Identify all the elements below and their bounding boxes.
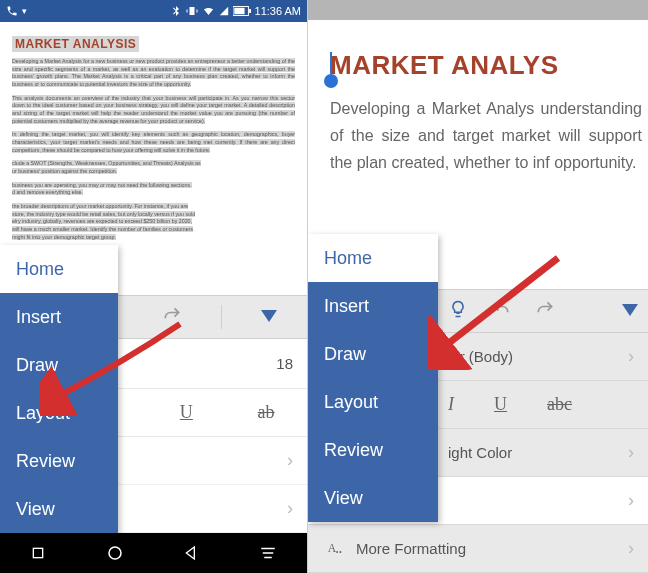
svg-rect-2	[249, 9, 251, 13]
home-button[interactable]	[106, 544, 124, 562]
tab-view[interactable]: View	[308, 474, 438, 522]
doc-title: MARKET ANALYSIS	[12, 36, 139, 52]
tab-layout[interactable]: Layout	[308, 378, 438, 426]
doc-paragraph: In defining the target market, you will …	[12, 131, 295, 154]
text-cursor-handle[interactable]	[324, 74, 338, 88]
doc-paragraph: the broader descriptions of your market …	[12, 203, 295, 241]
underline-button[interactable]: U	[180, 402, 193, 423]
back-button[interactable]	[183, 545, 199, 561]
tab-review[interactable]: Review	[0, 437, 118, 485]
doc-paragraph: This analysis documents an overview of t…	[12, 95, 295, 126]
tab-layout[interactable]: Layout	[0, 389, 118, 437]
tab-home[interactable]: Home	[0, 245, 118, 293]
chevron-right-icon: ›	[628, 538, 634, 559]
ribbon-tab-menu: Home Insert Draw Layout Review View	[0, 245, 118, 533]
tab-review[interactable]: Review	[308, 426, 438, 474]
ribbon-tab-menu: Home Insert Draw Layout Review View	[308, 234, 438, 522]
phone-icon	[6, 5, 18, 17]
tell-me-icon[interactable]	[448, 299, 468, 323]
underline-button[interactable]: U	[494, 394, 507, 415]
italic-button[interactable]: I	[448, 394, 454, 415]
svg-rect-1	[234, 8, 244, 14]
doc-title: MARKET ANALYS	[330, 50, 642, 81]
svg-rect-6	[33, 548, 42, 557]
expand-ribbon-button[interactable]	[622, 302, 638, 320]
font-size-value: 18	[276, 355, 293, 372]
tab-home[interactable]: Home	[308, 234, 438, 282]
chevron-right-icon: ›	[628, 490, 634, 511]
font-name-value: lar (Body)	[448, 348, 513, 365]
undo-button[interactable]	[490, 299, 512, 323]
tab-view[interactable]: View	[0, 485, 118, 533]
signal-icon	[219, 5, 229, 17]
more-formatting-label: More Formatting	[356, 540, 466, 557]
status-time: 11:36 AM	[255, 5, 301, 17]
wifi-icon	[202, 5, 215, 17]
doc-paragraph: Developing a Market Analys understanding…	[330, 95, 642, 177]
bluetooth-icon	[170, 5, 182, 17]
chevron-right-icon: ›	[287, 450, 293, 471]
tab-insert[interactable]: Insert	[0, 293, 118, 341]
more-formatting-icon: A••	[322, 539, 350, 559]
recent-apps-button[interactable]	[30, 545, 46, 561]
chevron-right-icon: ›	[287, 498, 293, 519]
chevron-right-icon: ›	[628, 442, 634, 463]
strikethrough-button[interactable]: ab	[258, 402, 275, 423]
more-formatting-row[interactable]: A•• More Formatting ›	[308, 525, 648, 573]
android-nav-bar	[0, 533, 307, 573]
tab-insert[interactable]: Insert	[308, 282, 438, 330]
redo-button[interactable]	[155, 301, 189, 333]
expand-ribbon-button[interactable]	[255, 304, 283, 330]
strikethrough-button[interactable]: abc	[547, 394, 572, 415]
chevron-right-icon: ›	[628, 346, 634, 367]
doc-paragraph: clude a SWOT (Strengths, Weaknesses, Opp…	[12, 160, 295, 175]
highlight-label: ight Color	[448, 444, 512, 461]
battery-icon	[233, 6, 251, 16]
status-bar: ▾ 11:36 AM	[0, 0, 307, 22]
tab-draw[interactable]: Draw	[308, 330, 438, 378]
svg-point-7	[109, 547, 121, 559]
redo-button[interactable]	[534, 299, 556, 323]
svg-text:•: •	[339, 548, 342, 555]
tab-draw[interactable]: Draw	[0, 341, 118, 389]
doc-paragraph: business you are operating, you may or m…	[12, 182, 295, 197]
vibrate-icon	[186, 5, 198, 17]
doc-paragraph: Developing a Market Analysis for a new b…	[12, 58, 295, 89]
toolbar-divider	[221, 305, 222, 329]
menu-button[interactable]	[259, 546, 277, 560]
